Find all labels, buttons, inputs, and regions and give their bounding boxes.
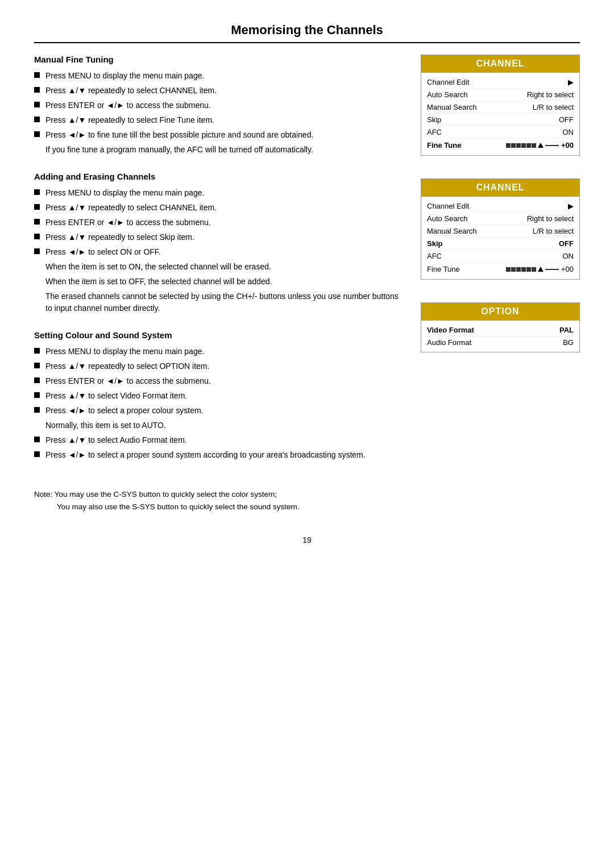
fine-tune-row-1: Fine Tune +00 [427, 139, 574, 152]
bar-seg [526, 267, 531, 272]
menu-row-value: L/R to select [533, 227, 574, 235]
menu-row-channel-edit-1: Channel Edit ▶ [427, 76, 574, 89]
bar-seg [506, 143, 511, 148]
menu-row-auto-search-1: Auto Search Right to select [427, 89, 574, 101]
menu-row-label: Skip [427, 115, 441, 124]
menu-row-value: PAL [559, 326, 574, 334]
menu-row-afc-2: AFC ON [427, 250, 574, 263]
bullet-text: Press MENU to display the menu main page… [45, 346, 404, 358]
menu-row-label: Auto Search [427, 214, 468, 223]
bullet-text: Press ▲/▼ repeatedly to select CHANNEL i… [45, 85, 404, 97]
fine-tune-label: Fine Tune [427, 141, 461, 149]
list-item: Press ▲/▼ repeatedly to select CHANNEL i… [34, 202, 404, 214]
bar-seg [526, 143, 531, 148]
list-item: Press MENU to display the menu main page… [34, 70, 404, 82]
fine-tune-bar [506, 143, 559, 148]
bullet-icon [34, 189, 40, 195]
channel-box-2: CHANNEL Channel Edit ▶ Auto Search Right… [421, 178, 580, 280]
option-box: OPTION Video Format PAL Audio Format BG [421, 302, 580, 352]
channel-box-2-header: CHANNEL [421, 179, 579, 196]
bullet-text: Press ▲/▼ repeatedly to select CHANNEL i… [45, 202, 404, 214]
channel-box-2-body: Channel Edit ▶ Auto Search Right to sele… [421, 196, 579, 279]
page-number: 19 [34, 535, 580, 545]
adding-erasing-list: Press MENU to display the menu main page… [34, 187, 404, 258]
left-column: Manual Fine Tuning Press MENU to display… [34, 55, 404, 477]
section-title-colour-sound: Setting Colour and Sound System [34, 330, 404, 340]
fine-tune-row-2: Fine Tune +00 [427, 263, 574, 276]
channel-box-1-header: CHANNEL [421, 55, 579, 72]
bar-seg [532, 267, 536, 272]
bullet-text: Press ◄/► to select a proper colour syst… [45, 405, 404, 417]
bar-seg [511, 143, 516, 148]
menu-row-afc-1: AFC ON [427, 126, 574, 139]
option-box-header: OPTION [421, 303, 579, 320]
bar-seg [532, 143, 536, 148]
adding-erasing-note-1: When the item is set to ON, the selected… [45, 261, 404, 273]
list-item: Press ▲/▼ repeatedly to select Skip item… [34, 231, 404, 243]
bullet-text: Press ENTER or ◄/► to access the submenu… [45, 375, 404, 387]
adding-erasing-note-3: The erased channels cannot be selected b… [45, 290, 404, 314]
bullet-text: Press ◄/► to select a proper sound syste… [45, 449, 404, 461]
menu-row-label: AFC [427, 252, 442, 260]
section-colour-sound: Setting Colour and Sound System Press ME… [34, 330, 404, 461]
page-title: Memorising the Channels [34, 23, 580, 43]
fine-tune-label: Fine Tune [427, 265, 460, 273]
menu-row-video-format: Video Format PAL [427, 324, 574, 337]
bullet-text: Press ▲/▼ repeatedly to select OPTION it… [45, 360, 404, 372]
bullet-text: Press ▲/▼ repeatedly to select Fine Tune… [45, 114, 404, 126]
bullet-text: Press ◄/► to fine tune till the best pos… [45, 129, 404, 141]
list-item: Press ◄/► to select a proper colour syst… [34, 405, 404, 417]
menu-row-skip-2-bold: Skip OFF [427, 238, 574, 250]
colour-sound-auto-note: Normally, this item is set to AUTO. [45, 420, 404, 431]
menu-row-value: ▶ [568, 202, 574, 210]
list-item: Press ▲/▼ repeatedly to select OPTION it… [34, 360, 404, 372]
menu-row-value: OFF [559, 239, 574, 248]
menu-row-value: L/R to select [533, 103, 574, 111]
bullet-icon [34, 204, 40, 210]
bullet-icon [34, 407, 40, 413]
bullet-icon [34, 117, 40, 122]
option-box-body: Video Format PAL Audio Format BG [421, 320, 579, 352]
menu-row-label: AFC [427, 128, 442, 136]
list-item: Press ◄/► to select ON or OFF. [34, 246, 404, 258]
bullet-text: Press MENU to display the menu main page… [45, 70, 404, 82]
menu-row-label: Manual Search [427, 103, 476, 111]
note-line-1: Note: You may use the C-SYS button to qu… [34, 490, 277, 499]
menu-row-label: Skip [427, 239, 442, 248]
fine-tune-value: +00 [561, 141, 574, 149]
menu-row-value: ON [563, 128, 574, 136]
bar-diamond [538, 143, 544, 148]
bullet-text: Press ▲/▼ to select Audio Format item. [45, 434, 404, 446]
bullet-icon [34, 72, 40, 78]
bullet-text: Press ENTER or ◄/► to access the submenu… [45, 99, 404, 111]
bullet-icon [34, 451, 40, 457]
bullet-icon [34, 377, 40, 383]
bullet-icon [34, 234, 40, 239]
bullet-icon [34, 392, 40, 398]
bullet-text: Press ENTER or ◄/► to access the submenu… [45, 217, 404, 229]
bullet-text: Press MENU to display the menu main page… [45, 187, 404, 199]
bullet-text: Press ▲/▼ to select Video Format item. [45, 390, 404, 402]
channel-box-1: CHANNEL Channel Edit ▶ Auto Search Right… [421, 55, 580, 156]
adding-erasing-note-2: When the item is set to OFF, the selecte… [45, 276, 404, 288]
menu-row-label: Audio Format [427, 338, 471, 347]
spacer-2 [421, 291, 580, 302]
bullet-icon [34, 102, 40, 107]
manual-fine-tuning-note: If you fine tune a program manually, the… [45, 144, 404, 156]
bar-seg [521, 143, 526, 148]
bullet-icon [34, 348, 40, 354]
menu-row-channel-edit-2: Channel Edit ▶ [427, 200, 574, 213]
bullet-icon [34, 131, 40, 137]
section-title-adding-erasing: Adding and Erasing Channels [34, 172, 404, 181]
fine-tune-value: +00 [561, 265, 574, 273]
list-item: Press ▲/▼ repeatedly to select CHANNEL i… [34, 85, 404, 97]
list-item: Press ◄/► to select a proper sound syste… [34, 449, 404, 461]
right-column: CHANNEL Channel Edit ▶ Auto Search Right… [421, 55, 580, 477]
menu-row-value: ▶ [568, 78, 574, 86]
menu-row-label: Video Format [427, 326, 474, 334]
menu-row-value: Right to select [527, 214, 574, 223]
bullet-icon [34, 363, 40, 368]
menu-row-label: Channel Edit [427, 202, 469, 210]
list-item: Press ▲/▼ to select Video Format item. [34, 390, 404, 402]
bar-line [545, 145, 559, 146]
